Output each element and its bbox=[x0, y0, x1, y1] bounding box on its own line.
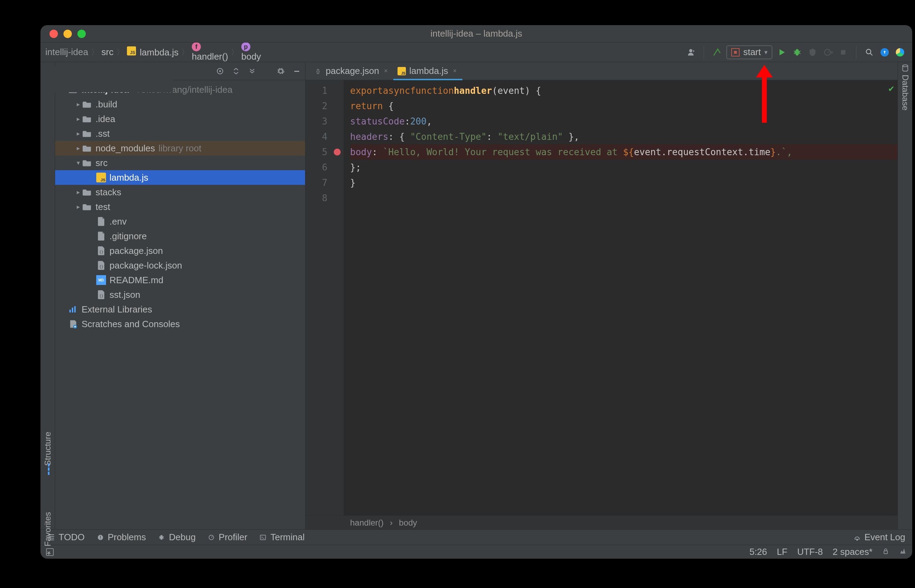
favorites-tool-window-button[interactable]: Favorites bbox=[43, 512, 53, 557]
breadcrumb-function[interactable]: f handler() bbox=[192, 42, 228, 62]
debug-icon bbox=[158, 534, 165, 541]
breadcrumb-file-label: lambda.js bbox=[140, 47, 179, 58]
tree-row[interactable]: Scratches and Consoles bbox=[55, 317, 305, 331]
profile-button[interactable]: ▾ bbox=[822, 46, 834, 58]
gutter-line-breakpoint[interactable]: 5💡 bbox=[305, 144, 344, 160]
js-file-icon bbox=[127, 46, 136, 55]
tree-row[interactable]: {}package.json bbox=[55, 244, 305, 258]
tree-row[interactable]: src bbox=[55, 155, 305, 170]
svg-rect-9 bbox=[69, 310, 71, 312]
gutter-line[interactable]: 2 bbox=[305, 99, 344, 114]
stop-button[interactable] bbox=[837, 46, 849, 58]
debug-button[interactable] bbox=[791, 46, 803, 58]
editor-area: package.json × lambda.js × 1 2 3 4 5💡 6 bbox=[305, 62, 897, 530]
editor-gutter[interactable]: 1 2 3 4 5💡 6 7 8 bbox=[305, 80, 344, 515]
file-encoding[interactable]: UTF-8 bbox=[797, 546, 823, 557]
structure-tool-window-button[interactable]: Structure bbox=[43, 432, 53, 476]
project-tool-window-button[interactable]: Project bbox=[40, 66, 173, 92]
inspection-status-icon[interactable]: ✔ bbox=[889, 83, 894, 94]
tree-row[interactable]: test bbox=[55, 199, 305, 214]
editor-crumb-property[interactable]: body bbox=[399, 518, 417, 528]
editor-crumb-function[interactable]: handler() bbox=[350, 518, 384, 528]
gutter-line[interactable]: 1 bbox=[305, 83, 344, 99]
settings-gear-icon[interactable] bbox=[276, 66, 286, 76]
search-everywhere-button[interactable] bbox=[863, 46, 875, 58]
terminal-tool-window-button[interactable]: Terminal bbox=[259, 532, 304, 543]
svg-point-4 bbox=[219, 70, 221, 72]
breadcrumb-property[interactable]: p body bbox=[241, 42, 261, 62]
breadcrumb-src[interactable]: src bbox=[102, 47, 114, 58]
svg-rect-10 bbox=[72, 308, 73, 312]
editor-tab-package-json[interactable]: package.json × bbox=[310, 62, 393, 80]
svg-point-2 bbox=[866, 49, 871, 54]
database-rail-icon bbox=[901, 64, 909, 72]
tree-expand-arrow[interactable] bbox=[74, 115, 82, 123]
tree-expand-arrow[interactable] bbox=[74, 159, 82, 167]
caret-position[interactable]: 5:26 bbox=[749, 546, 767, 557]
project-tree[interactable]: intellij-idea~/Sites/fwang/intellij-idea… bbox=[55, 80, 305, 530]
build-icon[interactable] bbox=[711, 46, 723, 58]
breakpoint-icon[interactable] bbox=[334, 149, 341, 155]
problems-tool-window-button[interactable]: Problems bbox=[97, 532, 146, 543]
hide-tool-window-icon[interactable] bbox=[292, 66, 302, 76]
tree-row-label: src bbox=[95, 158, 108, 168]
tree-row[interactable]: MDREADME.md bbox=[55, 273, 305, 288]
tree-row[interactable]: .gitignore bbox=[55, 229, 305, 244]
run-configuration-selector[interactable]: start ▾ bbox=[726, 45, 772, 59]
chevron-down-icon: ▾ bbox=[764, 48, 768, 56]
ide-services-icon[interactable] bbox=[894, 46, 906, 58]
tree-expand-arrow[interactable] bbox=[74, 188, 82, 196]
tree-row[interactable]: {}sst.json bbox=[55, 288, 305, 302]
select-opened-file-icon[interactable] bbox=[215, 66, 225, 76]
gutter-line[interactable]: 6 bbox=[305, 160, 344, 175]
tree-row[interactable]: .build bbox=[55, 97, 305, 111]
tree-row[interactable]: stacks bbox=[55, 185, 305, 199]
separator bbox=[704, 46, 704, 59]
update-available-icon[interactable] bbox=[879, 46, 891, 58]
gutter-line[interactable]: 7 bbox=[305, 175, 344, 191]
tree-row-label: .build bbox=[95, 99, 117, 110]
tree-expand-arrow[interactable] bbox=[74, 100, 82, 108]
database-tool-window-button[interactable]: Database bbox=[900, 64, 910, 111]
editor-tab-lambda-js[interactable]: lambda.js × bbox=[393, 62, 462, 80]
coverage-button[interactable] bbox=[807, 46, 818, 58]
editor-breadcrumbs-bottom[interactable]: handler() › body bbox=[305, 515, 897, 530]
run-button[interactable] bbox=[776, 46, 788, 58]
favorites-rail-icon bbox=[44, 549, 52, 557]
tree-row[interactable]: .sst bbox=[55, 126, 305, 141]
profiler-tool-window-button[interactable]: Profiler bbox=[208, 532, 247, 543]
line-separator[interactable]: LF bbox=[777, 546, 788, 557]
run-config-label: start bbox=[743, 47, 761, 58]
gutter-line[interactable]: 4 bbox=[305, 129, 344, 144]
tree-expand-arrow[interactable] bbox=[74, 130, 82, 137]
favorites-rail-label: Favorites bbox=[43, 512, 53, 546]
tree-row[interactable]: .idea bbox=[55, 111, 305, 126]
tree-row[interactable]: .env bbox=[55, 214, 305, 229]
indent-settings[interactable]: 2 spaces* bbox=[833, 546, 873, 557]
breadcrumb-file[interactable]: lambda.js bbox=[127, 46, 179, 58]
breadcrumb-project[interactable]: intellij-idea bbox=[45, 47, 88, 58]
json-file-icon bbox=[314, 67, 322, 75]
tree-row[interactable]: lambda.js bbox=[55, 170, 305, 185]
gutter-line[interactable]: 3 bbox=[305, 114, 344, 129]
tree-expand-arrow[interactable] bbox=[74, 203, 82, 211]
breadcrumbs[interactable]: intellij-idea 〉 src 〉 lambda.js 〉 f hand… bbox=[45, 42, 261, 62]
tree-row-label: README.md bbox=[110, 275, 163, 286]
close-tab-icon[interactable]: × bbox=[384, 67, 388, 74]
gutter-line[interactable]: 8 bbox=[305, 191, 344, 206]
tree-expand-arrow[interactable] bbox=[74, 144, 82, 152]
expand-all-icon[interactable] bbox=[231, 66, 241, 76]
memory-indicator-icon[interactable] bbox=[899, 546, 907, 557]
event-log-tool-window-button[interactable]: Event Log bbox=[853, 532, 905, 543]
readonly-lock-icon[interactable] bbox=[882, 546, 889, 557]
tree-row[interactable]: External Libraries bbox=[55, 302, 305, 317]
todo-tool-window-button[interactable]: ≣ TODO bbox=[47, 532, 85, 543]
editor-code[interactable]: ✔ export async function handler(event) {… bbox=[344, 80, 897, 515]
tree-row[interactable]: {}package-lock.json bbox=[55, 258, 305, 273]
code-with-me-icon[interactable] bbox=[685, 46, 697, 58]
close-tab-icon[interactable]: × bbox=[453, 67, 457, 74]
tree-row[interactable]: node_moduleslibrary root bbox=[55, 141, 305, 155]
json-file-icon: {} bbox=[96, 260, 106, 270]
collapse-all-icon[interactable] bbox=[247, 66, 257, 76]
debug-tool-window-button[interactable]: Debug bbox=[158, 532, 195, 543]
